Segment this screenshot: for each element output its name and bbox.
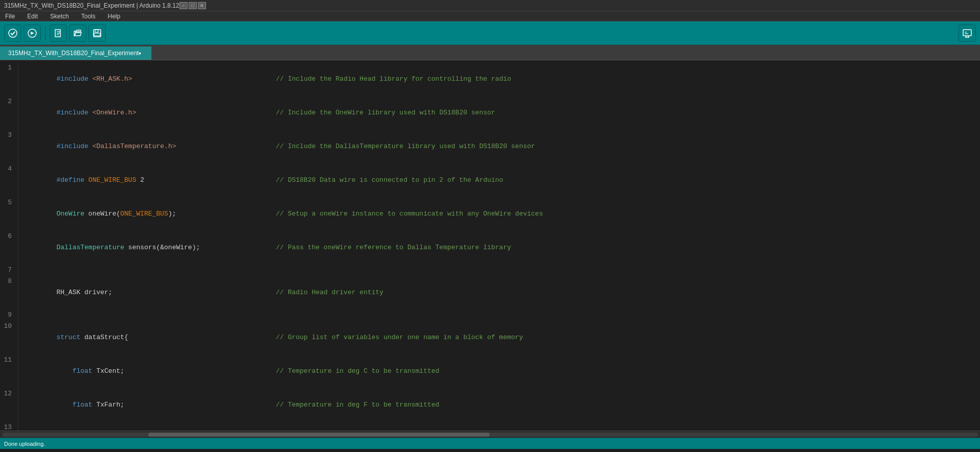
- horizontal-scrollbar[interactable]: [0, 431, 980, 438]
- editor-tab[interactable]: 315MHz_TX_With_DS18B20_Final_Experiment …: [0, 46, 152, 60]
- menu-bar: File Edit Sketch Tools Help: [0, 11, 980, 21]
- line-content[interactable]: DallasTemperature sensors(&oneWire); // …: [18, 231, 980, 265]
- menu-sketch[interactable]: Sketch: [47, 11, 72, 21]
- svg-point-0: [9, 29, 17, 37]
- menu-tools[interactable]: Tools: [78, 11, 99, 21]
- open-icon: [73, 29, 82, 38]
- save-icon: [93, 29, 102, 38]
- close-button[interactable]: ✕: [198, 2, 206, 9]
- line-number: 12: [0, 388, 18, 422]
- line-number: 7: [0, 265, 18, 276]
- table-row: 13 float BattVolts; // Transmitter circu…: [0, 422, 980, 431]
- code-editor-container[interactable]: 1 #include <RH_ASK.h> // Include the Rad…: [0, 60, 980, 431]
- status-text: Done uploading.: [4, 441, 45, 447]
- save-button[interactable]: [88, 25, 106, 42]
- table-row: 12 float TxFarh; // Temperature in deg F…: [0, 388, 980, 422]
- table-row: 6 DallasTemperature sensors(&oneWire); /…: [0, 231, 980, 265]
- line-content[interactable]: #include <DallasTemperature.h> // Includ…: [18, 130, 980, 163]
- svg-rect-10: [963, 30, 971, 36]
- scroll-thumb[interactable]: [148, 433, 490, 437]
- line-number: 1: [0, 62, 18, 96]
- table-row: 10 struct dataStruct{ // Group list of v…: [0, 321, 980, 354]
- verify-button[interactable]: [4, 25, 21, 42]
- table-row: 11 float TxCent; // Temperature in deg C…: [0, 354, 980, 388]
- scroll-track[interactable]: [2, 433, 978, 437]
- tab-label: 315MHz_TX_With_DS18B20_Final_Experiment: [8, 50, 139, 57]
- upload-button[interactable]: [24, 25, 41, 42]
- title-bar-controls: − □ ✕: [179, 2, 206, 9]
- line-number: 10: [0, 321, 18, 354]
- line-content[interactable]: #define ONE_WIRE_BUS 2 // DS18B20 Data w…: [18, 163, 980, 197]
- serial-monitor-button[interactable]: [959, 25, 976, 42]
- menu-help[interactable]: Help: [105, 11, 124, 21]
- tab-bar: 315MHz_TX_With_DS18B20_Final_Experiment …: [0, 45, 980, 60]
- line-content[interactable]: struct dataStruct{ // Group list of vari…: [18, 321, 980, 354]
- line-content[interactable]: OneWire oneWire(ONE_WIRE_BUS); // Setup …: [18, 197, 980, 231]
- table-row: 9: [0, 310, 980, 321]
- line-number: 6: [0, 231, 18, 265]
- table-row: 1 #include <RH_ASK.h> // Include the Rad…: [0, 62, 980, 96]
- menu-file[interactable]: File: [2, 11, 18, 21]
- line-content[interactable]: #include <RH_ASK.h> // Include the Radio…: [18, 62, 980, 96]
- new-icon: [54, 29, 63, 38]
- line-number: 8: [0, 276, 18, 310]
- line-number: 4: [0, 163, 18, 197]
- line-content[interactable]: [18, 265, 980, 276]
- table-row: 3 #include <DallasTemperature.h> // Incl…: [0, 130, 980, 163]
- line-number: 3: [0, 130, 18, 163]
- line-number: 9: [0, 310, 18, 321]
- toolbar-separator-1: [45, 26, 45, 40]
- status-bar: Done uploading.: [0, 438, 980, 449]
- maximize-button[interactable]: □: [189, 2, 197, 9]
- menu-edit[interactable]: Edit: [24, 11, 41, 21]
- minimize-button[interactable]: −: [179, 2, 188, 9]
- toolbar-right: [959, 25, 976, 42]
- code-editor: 1 #include <RH_ASK.h> // Include the Rad…: [0, 60, 980, 431]
- line-content[interactable]: RH_ASK driver; // Radio Head driver enti…: [18, 276, 980, 310]
- table-row: 8 RH_ASK driver; // Radio Head driver en…: [0, 276, 980, 310]
- title-bar-text: 315MHz_TX_With_DS18B20_Final_Experiment …: [4, 2, 179, 9]
- table-row: 4 #define ONE_WIRE_BUS 2 // DS18B20 Data…: [0, 163, 980, 197]
- toolbar: [0, 21, 980, 45]
- line-number: 5: [0, 197, 18, 231]
- title-bar: 315MHz_TX_With_DS18B20_Final_Experiment …: [0, 0, 980, 11]
- line-number: 2: [0, 96, 18, 130]
- table-row: 5 OneWire oneWire(ONE_WIRE_BUS); // Setu…: [0, 197, 980, 231]
- table-row: 2 #include <OneWire.h> // Include the On…: [0, 96, 980, 130]
- svg-marker-2: [31, 32, 34, 35]
- line-number: 13: [0, 422, 18, 431]
- table-row: 7: [0, 265, 980, 276]
- line-content[interactable]: [18, 310, 980, 321]
- upload-icon: [27, 28, 37, 38]
- open-button[interactable]: [69, 25, 86, 42]
- line-number: 11: [0, 354, 18, 388]
- svg-rect-9: [94, 33, 100, 36]
- new-button[interactable]: [50, 25, 67, 42]
- verify-icon: [8, 28, 18, 38]
- tab-arrow: ▾: [139, 51, 143, 56]
- line-content[interactable]: float TxFarh; // Temperature in deg F to…: [18, 388, 980, 422]
- line-content[interactable]: #include <OneWire.h> // Include the OneW…: [18, 96, 980, 130]
- serial-monitor-icon: [962, 28, 972, 38]
- line-content[interactable]: float TxCent; // Temperature in deg C to…: [18, 354, 980, 388]
- line-content[interactable]: float BattVolts; // Transmitter circuit …: [18, 422, 980, 431]
